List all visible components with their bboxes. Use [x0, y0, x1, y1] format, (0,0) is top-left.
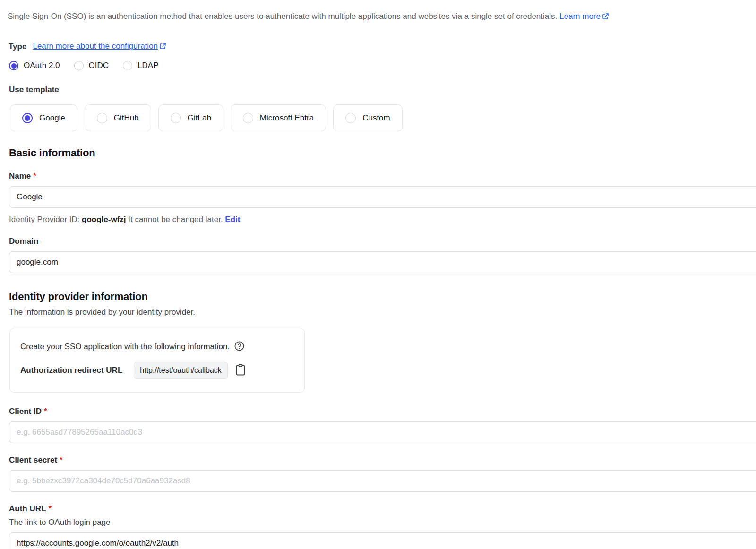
template-card-gitlab[interactable]: GitLab	[158, 104, 223, 131]
client-id-input[interactable]	[9, 421, 756, 443]
identity-provider-information-heading: Identity provider information	[9, 290, 756, 303]
required-asterisk: *	[48, 504, 52, 514]
template-card-google[interactable]: Google	[10, 104, 77, 131]
radio-selected-icon	[22, 113, 33, 123]
identity-provider-id-note: Identity Provider ID: google-wfzj It can…	[9, 215, 756, 224]
template-card-github[interactable]: GitHub	[85, 104, 151, 131]
sso-application-callout: Create your SSO application with the fol…	[9, 328, 305, 393]
sso-settings-page: Single Sign-On (SSO) is an authenticatio…	[0, 0, 756, 549]
required-asterisk: *	[44, 407, 47, 416]
configuration-docs-link[interactable]: Learn more about the configuration	[33, 42, 166, 52]
help-tooltip-button[interactable]	[234, 341, 245, 353]
radio-unselected-icon	[74, 61, 84, 70]
identity-provider-id-value: google-wfzj	[82, 215, 126, 224]
radio-unselected-icon	[243, 113, 253, 123]
template-card-group: Google GitHub GitLab Microsoft Entra Cus…	[10, 104, 756, 131]
type-option-oidc[interactable]: OIDC	[74, 61, 109, 70]
sso-description: Single Sign-On (SSO) is an authenticatio…	[8, 11, 756, 23]
type-row: Type Learn more about the configuration	[9, 42, 756, 52]
radio-unselected-icon	[171, 113, 181, 123]
copy-redirect-url-button[interactable]	[235, 363, 246, 377]
use-template-label: Use template	[9, 85, 756, 94]
auth-url-helper: The link to OAuth login page	[9, 518, 756, 527]
edit-provider-id-link[interactable]: Edit	[225, 215, 240, 224]
authorization-redirect-url-label: Authorization redirect URL	[20, 366, 122, 375]
sso-description-text: Single Sign-On (SSO) is an authenticatio…	[8, 12, 557, 21]
type-option-oauth2[interactable]: OAuth 2.0	[9, 61, 60, 70]
type-radio-group: OAuth 2.0 OIDC LDAP	[9, 61, 756, 70]
radio-unselected-icon	[123, 61, 132, 70]
name-input[interactable]	[9, 186, 756, 208]
required-asterisk: *	[33, 172, 36, 181]
external-link-icon	[602, 12, 609, 23]
client-secret-input[interactable]	[9, 470, 756, 492]
callout-instruction-row: Create your SSO application with the fol…	[20, 341, 294, 353]
type-option-ldap[interactable]: LDAP	[123, 61, 158, 70]
external-link-icon	[159, 43, 166, 52]
radio-selected-icon	[9, 61, 18, 70]
identity-provider-information-subtitle: The information is provided by your iden…	[9, 308, 756, 317]
template-card-microsoft-entra[interactable]: Microsoft Entra	[231, 104, 326, 131]
domain-label: Domain	[9, 237, 756, 246]
learn-more-link[interactable]: Learn more	[559, 12, 609, 21]
radio-unselected-icon	[345, 113, 356, 123]
template-card-custom[interactable]: Custom	[333, 104, 403, 131]
radio-unselected-icon	[97, 113, 107, 123]
redirect-url-row: Authorization redirect URL http://test/o…	[20, 362, 294, 379]
authorization-redirect-url-value: http://test/oauth/callback	[134, 362, 228, 379]
required-asterisk: *	[60, 455, 63, 465]
auth-url-input[interactable]	[9, 532, 756, 549]
domain-input[interactable]	[9, 251, 756, 273]
basic-information-heading: Basic information	[9, 146, 756, 159]
client-id-label: Client ID *	[9, 407, 756, 416]
auth-url-label: Auth URL *	[9, 504, 756, 514]
question-circle-icon	[234, 341, 245, 353]
callout-instruction-text: Create your SSO application with the fol…	[20, 342, 230, 352]
name-label: Name *	[9, 172, 756, 181]
type-label: Type	[9, 42, 26, 51]
client-secret-label: Client secret *	[9, 455, 756, 465]
clipboard-icon	[235, 363, 246, 377]
